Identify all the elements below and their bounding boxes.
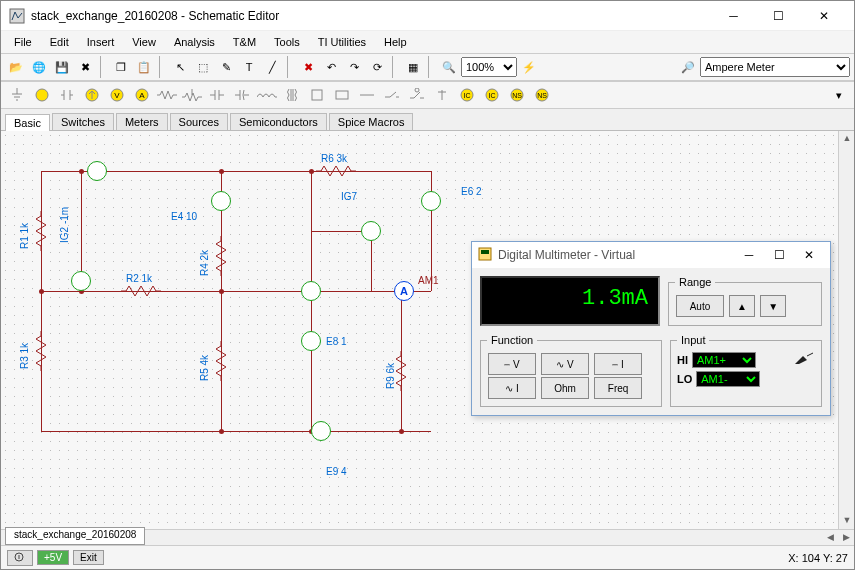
isource-alabel-icon[interactable]: A (130, 84, 154, 106)
resistor-r3[interactable] (35, 331, 47, 371)
save-icon[interactable]: 💾 (51, 56, 73, 78)
coupled-ind-icon[interactable] (305, 84, 329, 106)
find-icon[interactable]: 🔎 (677, 56, 699, 78)
scroll-down-icon[interactable]: ▼ (839, 513, 854, 529)
dmm-range-auto[interactable]: Auto (676, 295, 724, 317)
schematic-canvas[interactable]: A AM1 R1 1k R3 1k R2 1k R4 2k R5 4k R6 3… (1, 131, 838, 529)
dmm-hi-select[interactable]: AM1+ (692, 352, 756, 368)
copy-icon[interactable]: ❐ (110, 56, 132, 78)
dmm-fn-dcv[interactable]: ⎓ V (488, 353, 536, 375)
dmm-maximize-button[interactable]: ☐ (764, 244, 794, 266)
maximize-button[interactable]: ☐ (756, 2, 801, 30)
menu-view[interactable]: View (123, 34, 165, 50)
menu-ti-utilities[interactable]: TI Utilities (309, 34, 375, 50)
menu-tm[interactable]: T&M (224, 34, 265, 50)
dmm-range-down[interactable]: ▼ (760, 295, 786, 317)
dmm-fn-freq[interactable]: Freq (594, 377, 642, 399)
resistor-r4[interactable] (215, 236, 227, 276)
digital-multimeter-window[interactable]: Digital Multimeter - Virtual ─ ☐ ✕ 1.3mA… (471, 241, 831, 416)
dmm-lo-select[interactable]: AM1- (696, 371, 760, 387)
menu-analysis[interactable]: Analysis (165, 34, 224, 50)
close-doc-icon[interactable]: ✖ (74, 56, 96, 78)
ic1-icon[interactable]: IC (455, 84, 479, 106)
relay-icon[interactable] (330, 84, 354, 106)
tab-sources[interactable]: Sources (170, 113, 228, 130)
redo-icon[interactable]: ↷ (343, 56, 365, 78)
status-run-button[interactable] (7, 550, 33, 566)
tab-switches[interactable]: Switches (52, 113, 114, 130)
isource-dc-icon[interactable] (80, 84, 104, 106)
wire-icon[interactable]: ✎ (215, 56, 237, 78)
tab-semiconductors[interactable]: Semiconductors (230, 113, 327, 130)
menu-file[interactable]: File (5, 34, 41, 50)
horizontal-scrollbar[interactable]: stack_exchange_20160208 ◀ ▶ (1, 529, 854, 545)
menu-edit[interactable]: Edit (41, 34, 78, 50)
transformer-icon[interactable] (280, 84, 304, 106)
rotate-icon[interactable]: ⟳ (366, 56, 388, 78)
connector-icon[interactable] (430, 84, 454, 106)
ic2-icon[interactable]: IC (480, 84, 504, 106)
ground-icon[interactable] (5, 84, 29, 106)
menu-tools[interactable]: Tools (265, 34, 309, 50)
source-e8[interactable] (301, 331, 321, 351)
dmm-close-button[interactable]: ✕ (794, 244, 824, 266)
delete-icon[interactable]: ✖ (297, 56, 319, 78)
ammeter[interactable]: A (394, 281, 414, 301)
vertical-scrollbar[interactable]: ▲ ▼ (838, 131, 854, 529)
battery-icon[interactable] (55, 84, 79, 106)
menu-insert[interactable]: Insert (78, 34, 124, 50)
dmm-fn-dci[interactable]: ⎓ I (594, 353, 642, 375)
globe-icon[interactable]: 🌐 (28, 56, 50, 78)
scroll-up-icon[interactable]: ▲ (839, 131, 854, 147)
tab-spice-macros[interactable]: Spice Macros (329, 113, 414, 130)
grid-icon[interactable]: ▦ (402, 56, 424, 78)
source-ig2[interactable] (71, 271, 91, 291)
ns1-icon[interactable]: NS (505, 84, 529, 106)
document-tab[interactable]: stack_exchange_20160208 (5, 527, 145, 545)
source-e4[interactable] (211, 191, 231, 211)
vsource-vlabel-icon[interactable]: V (105, 84, 129, 106)
paste-icon[interactable]: 📋 (133, 56, 155, 78)
dmm-fn-acv[interactable]: ∿ V (541, 353, 589, 375)
cap-pol-icon[interactable] (230, 84, 254, 106)
vsource-dc-icon[interactable] (30, 84, 54, 106)
text-icon[interactable]: T (238, 56, 260, 78)
dmm-fn-ohm[interactable]: Ohm (541, 377, 589, 399)
source-e6[interactable] (421, 191, 441, 211)
chevron-down-icon[interactable]: ▾ (828, 84, 850, 106)
source-top1[interactable] (87, 161, 107, 181)
tab-meters[interactable]: Meters (116, 113, 168, 130)
dmm-range-up[interactable]: ▲ (729, 295, 755, 317)
inductor-icon[interactable] (255, 84, 279, 106)
tab-basic[interactable]: Basic (5, 114, 50, 131)
source-ig7[interactable] (361, 221, 381, 241)
source-e9[interactable] (311, 421, 331, 441)
undo-icon[interactable]: ↶ (320, 56, 342, 78)
select-icon[interactable]: ⬚ (192, 56, 214, 78)
cap-icon[interactable] (205, 84, 229, 106)
open-icon[interactable]: 📂 (5, 56, 27, 78)
resistor-icon[interactable] (155, 84, 179, 106)
bus-icon[interactable]: ╱ (261, 56, 283, 78)
pot-icon[interactable] (180, 84, 204, 106)
switch-comp-icon[interactable] (380, 84, 404, 106)
resistor-r6[interactable] (316, 165, 356, 177)
minimize-button[interactable]: ─ (711, 2, 756, 30)
zoom-select[interactable]: 100% (461, 57, 517, 77)
probe-icon[interactable] (793, 352, 815, 368)
jumper-icon[interactable] (355, 84, 379, 106)
status-exit-button[interactable]: Exit (73, 550, 104, 565)
resistor-r5[interactable] (215, 341, 227, 381)
zoom-icon[interactable]: 🔍 (438, 56, 460, 78)
ns2-icon[interactable]: NS (530, 84, 554, 106)
dmm-minimize-button[interactable]: ─ (734, 244, 764, 266)
resistor-r2[interactable] (121, 285, 161, 297)
menu-help[interactable]: Help (375, 34, 416, 50)
switch-icon[interactable]: ⚡ (518, 56, 540, 78)
scroll-right-icon[interactable]: ▶ (838, 530, 854, 545)
close-button[interactable]: ✕ (801, 2, 846, 30)
dmm-titlebar[interactable]: Digital Multimeter - Virtual ─ ☐ ✕ (472, 242, 830, 268)
dmm-fn-aci[interactable]: ∿ I (488, 377, 536, 399)
pointer-icon[interactable]: ↖ (169, 56, 191, 78)
scroll-left-icon[interactable]: ◀ (822, 530, 838, 545)
